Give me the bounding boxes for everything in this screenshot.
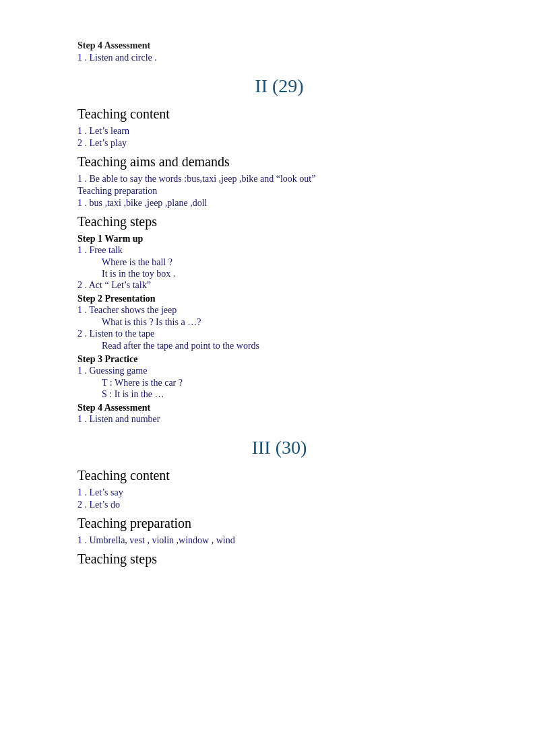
step1-line2-2: 2 . Act “ Let’s talk” xyxy=(77,280,481,291)
step4-line1-2: 1 . Listen and number xyxy=(77,414,481,425)
step3-indent2-2: S : It is in the … xyxy=(77,389,481,400)
roman-3-header: III (30) xyxy=(77,437,481,458)
teaching-content-3-line2: 2 . Let’s do xyxy=(77,500,481,510)
step2-label-2: Step 2 Presentation xyxy=(77,294,481,304)
teaching-content-3-line1: 1 . Let’s say xyxy=(77,487,481,498)
step2-indent2-2: Read after the tape and point to the wor… xyxy=(77,341,481,351)
teaching-content-2-line2: 2 . Let’s play xyxy=(77,138,481,149)
teaching-content-2-heading: Teaching content xyxy=(77,106,481,122)
step1-indent1-2: Where is the ball ? xyxy=(77,257,481,268)
teaching-steps-2-heading: Teaching steps xyxy=(77,214,481,230)
step3-label-2: Step 3 Practice xyxy=(77,354,481,365)
step3-indent1-2: T : Where is the car ? xyxy=(77,378,481,388)
step4-label-2: Step 4 Assessment xyxy=(77,403,481,413)
teaching-prep-2-line1: 1 . bus ,taxi ,bike ,jeep ,plane ,doll xyxy=(77,198,481,209)
step1-label-2: Step 1 Warm up xyxy=(77,234,481,244)
teaching-steps-3-heading: Teaching steps xyxy=(77,551,481,567)
roman-2-header: II (29) xyxy=(77,75,481,97)
top-step4-line1: 1 . Listen and circle . xyxy=(77,53,481,63)
step2-line1-2: 1 . Teacher shows the jeep xyxy=(77,305,481,316)
teaching-prep-3-line1: 1 . Umbrella, vest , violin ,window , wi… xyxy=(77,535,481,546)
teaching-prep-2-label: Teaching preparation xyxy=(77,186,481,197)
teaching-aims-2-heading: Teaching aims and demands xyxy=(77,154,481,170)
step3-line1-2: 1 . Guessing game xyxy=(77,366,481,376)
teaching-content-2-line1: 1 . Let’s learn xyxy=(77,126,481,137)
step2-line2-2: 2 . Listen to the tape xyxy=(77,329,481,339)
step1-line1-2: 1 . Free talk xyxy=(77,245,481,256)
step1-indent2-2: It is in the toy box . xyxy=(77,269,481,279)
teaching-aims-2-line1: 1 . Be able to say the words :bus,taxi ,… xyxy=(77,174,481,184)
step2-indent1-2: What is this ? Is this a …? xyxy=(77,317,481,328)
top-step4-label: Step 4 Assessment xyxy=(77,40,481,51)
teaching-content-3-heading: Teaching content xyxy=(77,468,481,483)
teaching-prep-3-heading: Teaching preparation xyxy=(77,516,481,531)
